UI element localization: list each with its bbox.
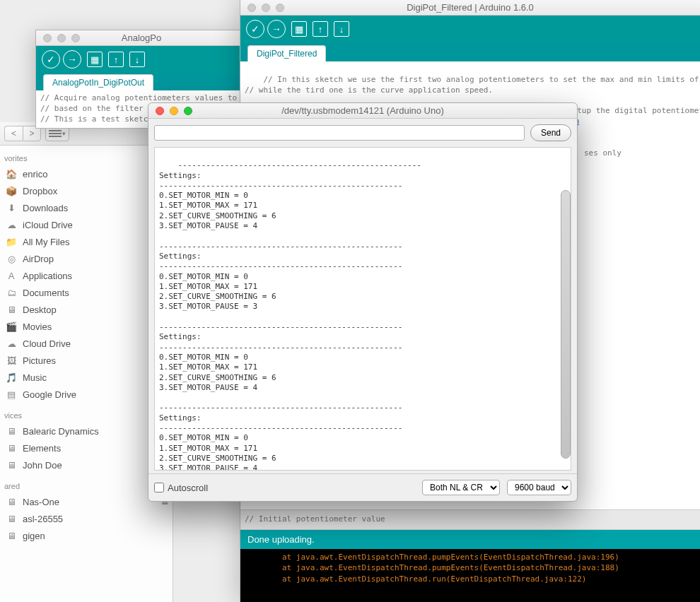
sketch-tab[interactable]: DigiPot_Filtered	[247, 45, 326, 61]
scrollbar-thumb[interactable]	[561, 190, 571, 459]
upload-button[interactable]: →	[63, 50, 81, 69]
folder-icon: 📁	[6, 236, 17, 247]
error-console[interactable]: at java.awt.EventDispatchThread.pumpEven…	[240, 549, 700, 602]
sidebar-item[interactable]: 🖥gigen	[0, 527, 173, 544]
sidebar-group-header: ared	[0, 473, 173, 493]
open-button[interactable]: ↑	[108, 52, 124, 67]
arduino-toolbar: ✓ → ▦ ↑ ↓	[36, 46, 247, 73]
sidebar-item[interactable]: ▤Google Drive	[0, 386, 173, 403]
status-bar: Done uploading.	[240, 530, 700, 549]
verify-button[interactable]: ✓	[246, 20, 264, 38]
sidebar-item-label: asl-26555	[23, 514, 63, 524]
titlebar: AnalogPo	[36, 30, 247, 46]
sidebar-item-label: Google Drive	[23, 389, 76, 400]
sidebar-item[interactable]: 🖥asl-26555	[0, 510, 173, 527]
sidebar-item[interactable]: ⬇Downloads	[0, 199, 173, 216]
sidebar-item[interactable]: 📦Dropbox	[0, 182, 173, 199]
sidebar-item[interactable]: 🖥Nas-One⏏	[0, 493, 173, 510]
sidebar-item[interactable]: 🎵Music	[0, 369, 173, 386]
serial-monitor-window: /dev/tty.usbmodem14121 (Arduino Uno) Sen…	[148, 102, 578, 502]
sidebar-item-label: Music	[23, 372, 47, 383]
upload-button[interactable]: →	[267, 20, 286, 38]
sidebar-item-label: All My Files	[23, 237, 69, 247]
verify-button[interactable]: ✓	[42, 50, 60, 69]
folder-icon: 🗂	[6, 287, 17, 298]
sidebar-item[interactable]: ☁Cloud Drive	[0, 335, 173, 352]
folder-icon: 🖥	[6, 425, 17, 437]
titlebar: /dev/tty.usbmodem14121 (Arduino Uno)	[148, 103, 577, 119]
sidebar-item-label: gigen	[23, 531, 45, 541]
sidebar-item-label: John Doe	[23, 460, 62, 471]
serial-input-field[interactable]	[154, 125, 525, 141]
sidebar-item[interactable]: ☁iCloud Drive	[0, 216, 173, 233]
window-title: /dev/tty.usbmodem14121 (Arduino Uno)	[148, 105, 577, 116]
folder-icon: 🖼	[6, 355, 17, 366]
autoscroll-checkbox[interactable]: Autoscroll	[154, 483, 208, 493]
autoscroll-label: Autoscroll	[168, 483, 208, 493]
folder-icon: 🖥	[6, 304, 17, 315]
sidebar-item-label: Balearic Dynamics	[23, 426, 99, 437]
finder-sidebar: vorites🏠enrico📦Dropbox⬇Downloads☁iCloud …	[0, 146, 173, 544]
folder-icon: 🏠	[6, 168, 17, 179]
sidebar-item[interactable]: 🏠enrico	[0, 165, 173, 182]
serial-input-row: Send	[148, 119, 577, 147]
open-button[interactable]: ↑	[313, 21, 328, 37]
send-button[interactable]: Send	[530, 124, 571, 141]
sidebar-item[interactable]: 🎬Movies	[0, 318, 173, 335]
sidebar-item[interactable]: 🖥Desktop	[0, 301, 173, 318]
code-fragment: ses only	[584, 148, 622, 158]
sidebar-item[interactable]: 🖥Balearic Dynamics	[0, 423, 173, 439]
sidebar-item-label: Applications	[23, 271, 72, 281]
new-button[interactable]: ▦	[87, 52, 103, 67]
titlebar: DigiPot_Filtered | Arduino 1.6.0	[240, 0, 700, 16]
serial-output[interactable]: ----------------------------------------…	[154, 147, 571, 471]
save-button[interactable]: ↓	[334, 21, 349, 37]
folder-icon: ⬇	[6, 202, 17, 213]
folder-icon: A	[6, 270, 17, 281]
folder-icon: 🖥	[6, 442, 17, 454]
sidebar-item-label: AirDrop	[23, 254, 54, 264]
folder-icon: 🖥	[6, 513, 17, 524]
autoscroll-input[interactable]	[154, 483, 164, 492]
sidebar-group-header: vices	[0, 403, 173, 423]
code-comment: // Initial potentiometer value	[240, 512, 700, 528]
sidebar-item[interactable]: 🖼Pictures	[0, 352, 173, 369]
folder-icon: ☁	[6, 338, 17, 349]
sidebar-item-label: Downloads	[23, 203, 68, 213]
sidebar-item-label: Desktop	[23, 305, 57, 315]
sidebar-item-label: Documents	[23, 288, 69, 298]
baud-select[interactable]: 9600 baud	[507, 480, 571, 495]
sidebar-item[interactable]: 🗂Documents	[0, 284, 173, 301]
sidebar-item-label: iCloud Drive	[23, 220, 73, 230]
line-ending-select[interactable]: Both NL & CR	[422, 480, 500, 495]
folder-icon: 📦	[6, 185, 17, 196]
serial-output-text: ----------------------------------------…	[159, 160, 421, 471]
sidebar-item-label: Movies	[23, 321, 52, 332]
folder-icon: 🖥	[6, 496, 17, 507]
arduino-toolbar: ✓ → ▦ ↑ ↓	[240, 16, 700, 42]
sidebar-item[interactable]: AApplications	[0, 267, 173, 284]
save-button[interactable]: ↓	[129, 52, 145, 67]
sidebar-item-label: Nas-One	[23, 497, 59, 507]
sidebar-item[interactable]: 🖥John Doe	[0, 456, 173, 473]
sidebar-item[interactable]: 🖥Elements	[0, 439, 173, 456]
sidebar-item-label: Cloud Drive	[23, 338, 71, 349]
folder-icon: 🖥	[6, 459, 17, 471]
folder-icon: 🎵	[6, 372, 17, 383]
folder-icon: 🖥	[6, 530, 17, 541]
serial-bottom-bar: Autoscroll Both NL & CR 9600 baud	[148, 473, 577, 501]
sidebar-item[interactable]: ◎AirDrop	[0, 250, 173, 267]
sidebar-item-label: Pictures	[23, 355, 56, 366]
new-button[interactable]: ▦	[291, 21, 307, 37]
folder-icon: ▤	[6, 389, 17, 400]
window-title: DigiPot_Filtered | Arduino 1.6.0	[240, 2, 700, 13]
sidebar-item[interactable]: 📁All My Files	[0, 233, 173, 250]
folder-icon: ◎	[6, 253, 17, 264]
back-button[interactable]: <	[4, 126, 23, 141]
sidebar-item-label: Elements	[23, 443, 61, 454]
sidebar-item-label: Dropbox	[23, 186, 57, 196]
sketch-tab[interactable]: AnalogPotIn_DigiPotOut	[43, 74, 153, 90]
sidebar-item-label: enrico	[23, 169, 47, 179]
window-title: AnalogPo	[36, 33, 247, 43]
folder-icon: ☁	[6, 219, 17, 230]
